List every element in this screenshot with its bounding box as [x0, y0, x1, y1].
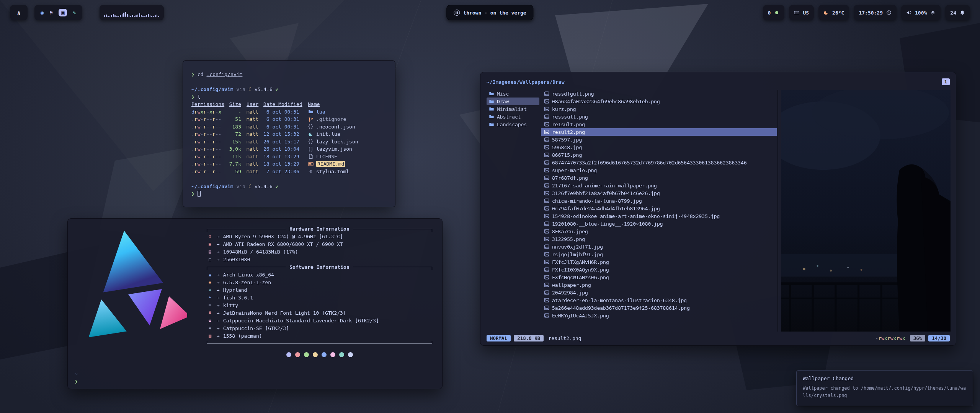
- file-row: .rw-r--r--3,0kmatt26 oct 10:04{}lazyvim.…: [191, 145, 387, 153]
- clock-module[interactable]: 17:50:29: [854, 5, 897, 20]
- sidebar-folder-landscapes[interactable]: Landscapes: [487, 120, 539, 128]
- file-item[interactable]: ressdfgult.png: [541, 90, 777, 98]
- cpu-icon: ⚙: [207, 234, 213, 239]
- info-line: ▥→1558 (pacman): [207, 332, 432, 340]
- image-icon: [544, 259, 549, 265]
- display-icon: ▢: [207, 257, 213, 262]
- file-item[interactable]: 5a266e448add93deab367d87173e9f25-6837886…: [541, 304, 777, 312]
- file-item[interactable]: result2.png: [541, 128, 777, 136]
- software-section-title: Software Information: [207, 263, 432, 271]
- cpu-graph[interactable]: [100, 5, 164, 20]
- notifications-module[interactable]: 24: [945, 5, 970, 20]
- arrow-icon: →: [217, 295, 220, 301]
- workspace-files-button[interactable]: ▣: [59, 9, 67, 16]
- file-item[interactable]: 20492984.jpg: [541, 289, 777, 296]
- braces-icon: {}: [308, 124, 314, 129]
- folder-icon: [489, 91, 494, 96]
- file-item[interactable]: 19201080-__blue-tinge__-1920×1080.jpg: [541, 220, 777, 228]
- info-line: ❖→Catppuccin-SE [GTK2/3]: [207, 324, 432, 332]
- palette-dot: [339, 352, 344, 357]
- tab-badge[interactable]: 1: [942, 78, 950, 85]
- now-playing-text: thrown - on the verge: [463, 10, 526, 16]
- file-item[interactable]: chica-mirando-la-luna-8799.jpg: [541, 197, 777, 205]
- image-icon: [544, 145, 549, 150]
- volume-module[interactable]: 100%: [901, 5, 941, 20]
- updates-value: 0: [768, 10, 771, 16]
- workspace-terminal-button[interactable]: ◉: [41, 10, 44, 15]
- theme-icon: ✿: [207, 318, 213, 323]
- file-item[interactable]: 08a634fa02a32364f69ebc86a98eb1eb.png: [541, 98, 777, 105]
- file-item[interactable]: 866715.png: [541, 151, 777, 159]
- file-item[interactable]: rsjqojlmjhf91.jpg: [541, 250, 777, 258]
- file-permissions: -rwxrwxrwx: [875, 335, 905, 341]
- info-line: ▣→AMD ATI Radeon RX 6800/6800 XT / 6900 …: [207, 240, 432, 248]
- image-icon: [544, 175, 549, 180]
- fetch-window: Hardware Information ⚙→AMD Ryzen 9 5900X…: [67, 218, 443, 389]
- file-item[interactable]: 8FKa7Cu.jpeg: [541, 228, 777, 235]
- file-item[interactable]: atardecer-en-la-montanas-ilustracion-634…: [541, 296, 777, 304]
- wm-icon: ❖: [207, 287, 213, 293]
- info-line: ▲→Arch Linux x86_64: [207, 271, 432, 278]
- sidebar-folder-misc[interactable]: Misc: [487, 90, 539, 98]
- braces-icon: {}: [308, 139, 314, 144]
- file-item[interactable]: nnvuv0xj2df71.jpg: [541, 243, 777, 250]
- notifications-value: 24: [950, 10, 956, 16]
- keyboard-layout-module[interactable]: US: [789, 5, 814, 20]
- file-row: .rw-r--r--11kmatt18 oct 13:29LICENSE: [191, 153, 387, 161]
- pane-divider: [777, 90, 778, 332]
- file-item[interactable]: super-mario.png: [541, 166, 777, 174]
- terminal-window[interactable]: ❯cd.config/nvim ~/.config/nvimvia☾v5.4.6…: [183, 60, 395, 207]
- scroll-percent-badge: 36%: [910, 335, 926, 341]
- ls-header: PermissionsSizeUserDate ModifiedName: [191, 101, 387, 108]
- sidebar-folder-minimalist[interactable]: Minimalist: [487, 105, 539, 113]
- file-item[interactable]: resssult.png: [541, 113, 777, 120]
- launcher-button[interactable]: ∧: [10, 5, 28, 20]
- mode-indicator: NORMAL: [487, 335, 511, 341]
- info-line: ⚙→AMD Ryzen 9 5900X (24) @ 4.9GHz [61.3°…: [207, 233, 432, 240]
- image-icon: [544, 152, 549, 158]
- shell-icon: ➤: [207, 295, 213, 300]
- media-player-widget[interactable]: thrown - on the verge: [446, 5, 533, 20]
- sidebar-folder-draw[interactable]: Draw: [487, 98, 539, 105]
- file-item[interactable]: FXfcJlTXgAMvH6R.png: [541, 258, 777, 266]
- command: l: [198, 94, 201, 100]
- file-item[interactable]: 3126f7e9bbf21a8a4af0b67b041c6e26.jpg: [541, 189, 777, 197]
- file-item[interactable]: 3122955.png: [541, 235, 777, 243]
- file-size-badge: 218.8 KB: [514, 335, 544, 341]
- notification-popup[interactable]: Wallpaper Changed Wallpaper changed to /…: [796, 370, 973, 406]
- file-item[interactable]: 217167-sad-anime-rain-wallpaper.png: [541, 182, 777, 189]
- image-icon: [544, 99, 549, 104]
- pause-icon: [454, 10, 460, 16]
- workspace-web-button[interactable]: ⚑: [49, 10, 52, 15]
- palette-dot: [286, 352, 291, 357]
- palette-dot: [348, 352, 353, 357]
- file-manager-window[interactable]: ~/Imagenes/Wallpapers/Draw 1 MiscDrawMin…: [480, 72, 956, 346]
- sidebar-folder-abstract[interactable]: Abstract: [487, 113, 539, 120]
- file-item[interactable]: 587597.jpg: [541, 136, 777, 143]
- workspaces: ◉⚑▣✎: [34, 5, 82, 20]
- updates-module[interactable]: 0: [763, 5, 785, 20]
- workspace-design-button[interactable]: ✎: [73, 10, 76, 15]
- weather-module[interactable]: 26°C: [818, 5, 849, 20]
- file-item[interactable]: 68747470733a2f2f696d616765732d7769786d70…: [541, 159, 777, 166]
- image-icon: [544, 221, 549, 226]
- file-item[interactable]: 154928-odinokoe_anime-art-anime-okno-sin…: [541, 212, 777, 220]
- image-icon: [544, 137, 549, 142]
- image-icon: [544, 183, 549, 188]
- file-item[interactable]: 596848.jpg: [541, 143, 777, 151]
- file-item[interactable]: EeNKYgIUcAAJ5JX.png: [541, 312, 777, 319]
- file-item[interactable]: FXfcII0X0AQyn9X.png: [541, 266, 777, 273]
- file-item[interactable]: FXfcHgcWIAMzs0G.png: [541, 273, 777, 281]
- file-item[interactable]: 0c794faf07de24a4db4d4fb1eb813964.jpg: [541, 205, 777, 212]
- file-item[interactable]: 87r687df.png: [541, 174, 777, 182]
- moon-icon: [308, 132, 314, 137]
- volume-value: 100%: [915, 10, 927, 16]
- packages-icon: ▥: [207, 333, 213, 338]
- file-item[interactable]: re1sult.png: [541, 120, 777, 128]
- command-arg: .config/nvim: [206, 72, 242, 77]
- file-row: .rw-r--r--72matt12 oct 15:32init.lua: [191, 130, 387, 138]
- folder-icon: [489, 122, 494, 127]
- arrow-icon: →: [217, 280, 220, 285]
- file-item[interactable]: kurz.png: [541, 105, 777, 113]
- file-item[interactable]: wallpaper.png: [541, 281, 777, 289]
